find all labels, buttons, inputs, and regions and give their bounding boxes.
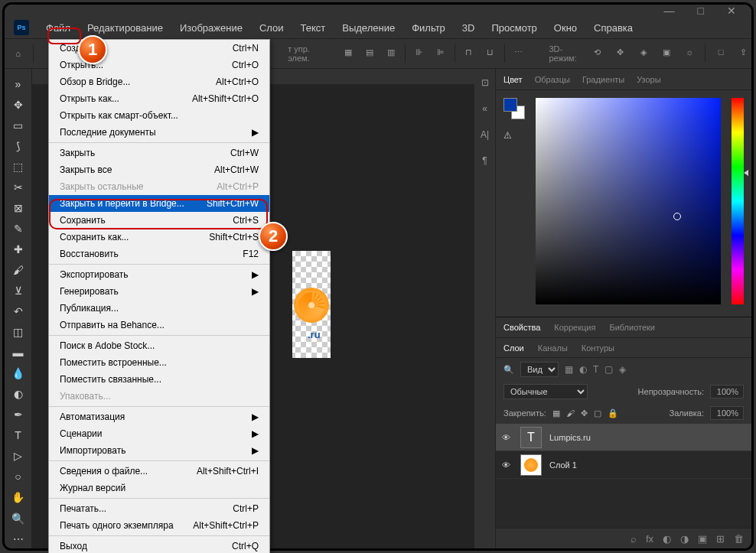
zoom-tool[interactable]: 🔍: [8, 508, 29, 529]
visibility-toggle[interactable]: 👁: [502, 433, 513, 442]
menu-view[interactable]: Просмотр: [484, 19, 544, 37]
more-icon[interactable]: ⋯: [511, 44, 526, 60]
menu-item[interactable]: Сохранить как...Shift+Ctrl+S: [49, 229, 269, 246]
tab-swatches[interactable]: Образцы: [535, 75, 570, 84]
adjust-layer-icon[interactable]: ◑: [680, 533, 689, 545]
tab-layers[interactable]: Слои: [503, 343, 524, 353]
frame-tool[interactable]: ⊠: [8, 197, 29, 218]
move-tool[interactable]: ✥: [8, 94, 29, 115]
view-icon[interactable]: □: [713, 44, 728, 60]
learn-icon[interactable]: ⊡: [477, 75, 493, 90]
crop-tool[interactable]: ✂: [8, 177, 29, 197]
menu-item[interactable]: Автоматизация▶: [49, 408, 269, 425]
hue-slider[interactable]: [732, 98, 744, 304]
minimize-icon[interactable]: —: [664, 5, 675, 17]
align-icon[interactable]: ▦: [341, 44, 356, 60]
menu-file[interactable]: Файл: [38, 19, 78, 37]
filter-pixels-icon[interactable]: ▦: [565, 364, 573, 375]
tab-color[interactable]: Цвет: [503, 75, 523, 84]
layer-row[interactable]: 👁 Слой 1: [496, 451, 751, 479]
maximize-icon[interactable]: □: [698, 5, 704, 17]
dist-icon[interactable]: ⊔: [483, 44, 498, 60]
layer-name[interactable]: Lumpics.ru: [549, 433, 591, 442]
search-icon[interactable]: 🔍: [503, 365, 514, 375]
menu-window[interactable]: Окно: [546, 19, 585, 37]
filter-shape-icon[interactable]: ▢: [604, 364, 613, 375]
lock-paint-icon[interactable]: 🖌: [566, 408, 575, 418]
menu-item[interactable]: ЗакрытьCtrl+W: [49, 145, 269, 161]
more-tool[interactable]: ⋯: [8, 529, 29, 549]
align-icon[interactable]: ⊫: [433, 44, 448, 60]
menu-item[interactable]: Импортировать▶: [49, 442, 269, 459]
expand-icon[interactable]: »: [8, 73, 29, 94]
menu-item[interactable]: Печатать...Ctrl+P: [49, 500, 269, 517]
filter-adjust-icon[interactable]: ◐: [579, 364, 587, 375]
menu-item[interactable]: Сценарии▶: [49, 425, 269, 442]
gradient-tool[interactable]: ▬: [8, 343, 29, 363]
menu-select[interactable]: Выделение: [334, 19, 402, 37]
menu-item[interactable]: Поместить встроенные...: [49, 354, 269, 371]
lock-move-icon[interactable]: ✥: [581, 408, 588, 418]
align-icon[interactable]: ▤: [362, 44, 377, 60]
shape-tool[interactable]: ○: [8, 467, 29, 487]
menu-3d[interactable]: 3D: [455, 19, 483, 37]
tab-patterns[interactable]: Узоры: [637, 75, 660, 84]
menu-item[interactable]: Сведения о файле...Alt+Shift+Ctrl+I: [49, 463, 269, 480]
tab-adjustments[interactable]: Коррекция: [554, 323, 595, 332]
new-layer-icon[interactable]: ⊞: [716, 533, 725, 545]
menu-help[interactable]: Справка: [586, 19, 640, 37]
home-icon[interactable]: ⌂: [12, 46, 24, 61]
menu-image[interactable]: Изображение: [172, 19, 250, 37]
menu-item[interactable]: Последние документы▶: [49, 124, 269, 141]
menu-item[interactable]: Экспортировать▶: [49, 266, 269, 283]
align-icon[interactable]: ▥: [383, 44, 399, 60]
menu-item[interactable]: ВосстановитьF12: [49, 246, 269, 262]
wand-tool[interactable]: ⬚: [8, 156, 29, 177]
3d-icon[interactable]: ◈: [636, 44, 651, 60]
menu-item[interactable]: Открыть как...Alt+Shift+Ctrl+O: [49, 90, 269, 107]
type-tool[interactable]: T: [8, 425, 29, 446]
lock-art-icon[interactable]: ▢: [594, 408, 601, 418]
menu-item[interactable]: Закрыть и перейти в Bridge...Shift+Ctrl+…: [49, 195, 269, 212]
menu-item[interactable]: Печать одного экземпляраAlt+Shift+Ctrl+P: [49, 517, 269, 534]
link-layers-icon[interactable]: ⌕: [631, 533, 637, 545]
layer-row[interactable]: 👁 T Lumpics.ru: [496, 424, 751, 451]
dodge-tool[interactable]: ◐: [8, 384, 29, 405]
delete-layer-icon[interactable]: 🗑: [734, 533, 744, 545]
blend-mode-select[interactable]: Обычные: [503, 384, 588, 399]
menu-item[interactable]: Закрыть всеAlt+Ctrl+W: [49, 161, 269, 178]
history-tool[interactable]: ↶: [8, 301, 29, 322]
3d-icon[interactable]: ✥: [613, 44, 628, 60]
menu-layers[interactable]: Слои: [252, 19, 292, 37]
blur-tool[interactable]: 💧: [8, 363, 29, 384]
tab-channels[interactable]: Каналы: [538, 343, 568, 353]
dist-icon[interactable]: ⊓: [461, 44, 477, 60]
path-tool[interactable]: ▷: [8, 446, 29, 467]
lasso-tool[interactable]: ⟆: [8, 135, 29, 156]
menu-item[interactable]: Открыть как смарт-объект...: [49, 107, 269, 124]
menu-item[interactable]: СохранитьCtrl+S: [49, 212, 269, 229]
filter-text-icon[interactable]: T: [593, 364, 598, 375]
menu-item[interactable]: Поиск в Adobe Stock...: [49, 337, 269, 354]
erase-tool[interactable]: ◫: [8, 322, 29, 343]
menu-filter[interactable]: Фильтр: [404, 19, 453, 37]
visibility-toggle[interactable]: 👁: [502, 460, 513, 470]
share-icon[interactable]: ⇪: [736, 44, 751, 60]
group-icon[interactable]: ▣: [698, 533, 707, 545]
brush-tool[interactable]: 🖌: [8, 259, 29, 280]
stamp-tool[interactable]: ⊻: [8, 280, 29, 301]
menu-item[interactable]: Публикация...: [49, 300, 269, 317]
fg-bg-swatch[interactable]: [503, 98, 525, 119]
color-field[interactable]: [536, 98, 721, 304]
menu-item[interactable]: ВыходCtrl+Q: [49, 538, 269, 553]
menu-item[interactable]: Обзор в Bridge...Alt+Ctrl+O: [49, 73, 269, 90]
layer-name[interactable]: Слой 1: [549, 460, 577, 470]
marquee-tool[interactable]: ▭: [8, 115, 29, 135]
hand-tool[interactable]: ✋: [8, 487, 29, 508]
tab-paths[interactable]: Контуры: [582, 343, 614, 353]
menu-item[interactable]: Поместить связанные...: [49, 371, 269, 388]
tab-gradients[interactable]: Градиенты: [582, 75, 624, 84]
align-icon[interactable]: ⊪: [412, 44, 427, 60]
3d-icon[interactable]: ⟲: [590, 44, 605, 60]
lock-trans-icon[interactable]: ▦: [552, 408, 560, 418]
